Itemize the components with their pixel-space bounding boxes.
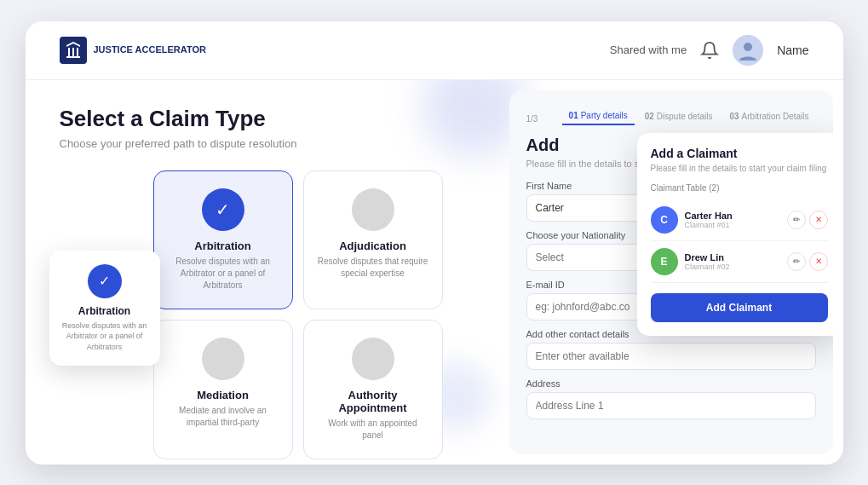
contact-input[interactable] <box>526 343 816 370</box>
claimant-info-1: Carter Han Claimant #01 <box>685 211 780 229</box>
logo-text: JUSTICE ACCELERATOR <box>94 43 206 55</box>
shared-with-me-label: Shared with me <box>610 43 687 56</box>
adjudication-title: Adjudication <box>339 240 406 252</box>
main-container: JUSTICE ACCELERATOR Shared with me Name … <box>26 21 843 465</box>
adjudication-desc: Resolve disputes that require special ex… <box>318 256 428 280</box>
authority-title: Authority Appointment <box>318 389 428 414</box>
user-name: Name <box>777 43 808 57</box>
svg-rect-3 <box>77 48 78 56</box>
arbitration-title: Arbitration <box>194 240 250 252</box>
mediation-icon <box>202 338 244 380</box>
adjudication-icon <box>352 188 394 231</box>
claimant-actions-1: ✏ ✕ <box>787 211 828 229</box>
claimant-id-1: Claimant #01 <box>685 221 780 229</box>
authority-icon <box>352 338 394 380</box>
floating-arbitration-icon: ✓ <box>88 264 122 298</box>
header-right: Shared with me Name <box>610 35 809 66</box>
claimant-table-label: Claimant Table (2) <box>651 183 828 193</box>
claimant-popup: Add a Claimant Please fill in the detail… <box>637 133 833 336</box>
edit-claimant-1-button[interactable]: ✏ <box>787 211 806 229</box>
popup-title: Add a Claimant <box>651 147 828 160</box>
logo-icon <box>60 37 87 64</box>
add-claimant-button[interactable]: Add Claimant <box>651 293 828 322</box>
claimant-avatar-1: C <box>651 206 678 234</box>
page-subtitle: Choose your preferred path to dispute re… <box>60 137 465 150</box>
authority-desc: Work with an appointed panel <box>318 418 428 442</box>
claimant-info-2: Drew Lin Claimant #02 <box>685 252 780 271</box>
bell-icon[interactable] <box>700 41 719 60</box>
content: Select a Claim Type Choose your preferre… <box>26 80 843 465</box>
floating-arbitration-title: Arbitration <box>78 305 130 317</box>
claimant-id-2: Claimant #02 <box>685 263 780 271</box>
delete-claimant-2-button[interactable]: ✕ <box>809 252 828 271</box>
mediation-title: Mediation <box>197 389 249 401</box>
mediation-desc: Mediate and involve an impartial third-p… <box>168 405 279 429</box>
svg-point-5 <box>744 43 752 51</box>
tab-party-details[interactable]: 01 Party details <box>562 107 635 125</box>
claimant-name-1: Carter Han <box>685 211 780 221</box>
claimant-name-2: Drew Lin <box>685 252 780 263</box>
tab-arbitration-details[interactable]: 03 Arbitration Details <box>722 107 815 125</box>
svg-rect-4 <box>66 56 80 58</box>
claimant-item-2: E Drew Lin Claimant #02 ✏ ✕ <box>651 241 828 283</box>
delete-claimant-1-button[interactable]: ✕ <box>809 211 828 229</box>
arbitration-icon: ✓ <box>202 188 244 231</box>
floating-arbitration-card: ✓ Arbitration Resolve disputes with an A… <box>49 251 160 367</box>
address-label: Address <box>526 378 816 389</box>
right-panel: 1/3 01 Party details 02 Dispute details … <box>509 90 833 454</box>
popup-subtitle: Please fill in the details to start your… <box>651 164 828 173</box>
card-authority[interactable]: Authority Appointment Work with an appoi… <box>303 320 443 459</box>
address-input[interactable] <box>526 392 816 419</box>
address-group: Address <box>526 378 816 419</box>
card-mediation[interactable]: Mediation Mediate and involve an imparti… <box>153 320 293 459</box>
arbitration-desc: Resolve disputes with an Arbitrator or a… <box>168 256 279 292</box>
step-indicator: 1/3 <box>526 114 538 124</box>
tab-dispute-details[interactable]: 02 Dispute details <box>638 107 720 125</box>
card-arbitration[interactable]: ✓ Arbitration Resolve disputes with an A… <box>153 170 293 309</box>
claimant-item: C Carter Han Claimant #01 ✏ ✕ <box>651 199 828 241</box>
claimant-actions-2: ✏ ✕ <box>787 252 828 271</box>
avatar <box>733 35 763 66</box>
claimant-avatar-2: E <box>651 248 678 275</box>
header: JUSTICE ACCELERATOR Shared with me Name <box>26 21 843 80</box>
left-panel: Select a Claim Type Choose your preferre… <box>26 80 499 465</box>
edit-claimant-2-button[interactable]: ✏ <box>787 252 806 271</box>
claim-cards-grid: ✓ Arbitration Resolve disputes with an A… <box>153 170 443 459</box>
svg-rect-1 <box>68 48 70 56</box>
svg-rect-2 <box>72 48 74 56</box>
card-adjudication[interactable]: Adjudication Resolve disputes that requi… <box>303 170 443 309</box>
logo: JUSTICE ACCELERATOR <box>60 37 206 64</box>
floating-arbitration-desc: Resolve disputes with an Arbitrator or a… <box>60 320 150 353</box>
step-tabs: 01 Party details 02 Dispute details 03 A… <box>562 107 816 125</box>
page-title: Select a Claim Type <box>60 106 465 132</box>
